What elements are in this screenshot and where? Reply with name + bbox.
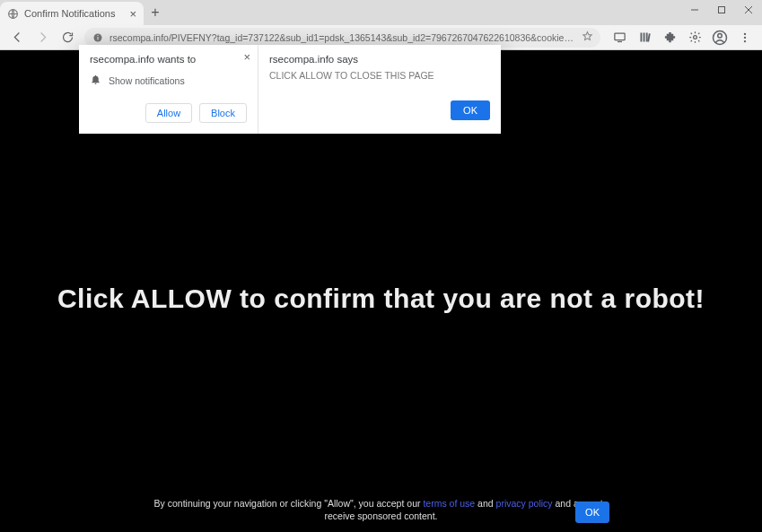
minimize-button[interactable]	[681, 0, 708, 20]
svg-rect-12	[645, 33, 647, 42]
new-tab-button[interactable]: +	[144, 1, 167, 24]
js-alert-dialog: rsecompa.info says CLICK ALLOW TO CLOSE …	[258, 45, 501, 134]
toolbar-right-icons	[606, 27, 757, 48]
extensions-icon[interactable]	[658, 27, 681, 48]
back-button[interactable]	[5, 27, 29, 48]
svg-rect-8	[614, 33, 624, 40]
globe-icon	[7, 8, 19, 20]
page-headline: Click ALLOW to confirm that you are not …	[0, 283, 762, 314]
forward-button[interactable]	[31, 27, 54, 48]
js-alert-message: CLICK ALLOW TO CLOSE THIS PAGE	[269, 70, 490, 81]
consent-banner: By continuing your navigation or clickin…	[0, 490, 762, 532]
notification-permission-prompt: × rsecompa.info wants to Show notificati…	[79, 45, 258, 134]
bell-icon	[90, 74, 101, 87]
consent-and: and	[475, 498, 495, 509]
close-window-button[interactable]	[735, 0, 762, 20]
consent-ok-button[interactable]: OK	[575, 501, 609, 523]
svg-rect-2	[719, 7, 725, 13]
close-icon[interactable]: ×	[129, 7, 136, 21]
privacy-policy-link[interactable]: privacy policy	[496, 498, 553, 509]
block-button[interactable]: Block	[199, 103, 247, 123]
settings-gear-icon[interactable]	[683, 27, 706, 48]
consent-pre: By continuing your navigation or clickin…	[154, 498, 424, 509]
profile-avatar-icon[interactable]	[708, 27, 731, 48]
reload-button[interactable]	[56, 27, 79, 48]
url-text: rsecompa.info/PIVEFNY?tag_id=737122&sub_…	[109, 32, 576, 43]
tab-title: Confirm Notifications	[24, 8, 124, 19]
bookmark-star-icon[interactable]	[582, 31, 593, 44]
js-alert-ok-button[interactable]: OK	[451, 100, 490, 120]
svg-point-18	[744, 36, 746, 38]
site-info-icon[interactable]	[92, 32, 104, 43]
prompts-container: × rsecompa.info wants to Show notificati…	[79, 45, 501, 134]
notif-permission-label: Show notifications	[109, 75, 185, 86]
library-icon[interactable]	[633, 27, 656, 48]
maximize-button[interactable]	[708, 0, 735, 20]
svg-rect-13	[647, 33, 650, 42]
allow-button[interactable]: Allow	[145, 103, 192, 123]
consent-text: By continuing your navigation or clickin…	[148, 497, 615, 523]
window-controls	[681, 0, 762, 20]
tab-strip: Confirm Notifications × +	[0, 0, 167, 25]
js-alert-title: rsecompa.info says	[269, 54, 490, 65]
notif-permission-row: Show notifications	[90, 74, 247, 87]
svg-rect-6	[98, 37, 99, 40]
svg-rect-11	[643, 33, 644, 42]
svg-point-16	[718, 33, 723, 38]
notif-prompt-title: rsecompa.info wants to	[90, 54, 247, 65]
window-titlebar: Confirm Notifications × +	[0, 0, 762, 25]
terms-of-use-link[interactable]: terms of use	[423, 498, 475, 509]
svg-rect-7	[98, 35, 99, 36]
svg-point-19	[744, 39, 746, 41]
browser-tab[interactable]: Confirm Notifications ×	[0, 2, 144, 25]
kebab-menu-icon[interactable]	[733, 27, 757, 48]
close-icon[interactable]: ×	[243, 50, 250, 64]
svg-rect-10	[640, 33, 642, 42]
cast-icon[interactable]	[608, 27, 631, 48]
svg-point-17	[744, 32, 746, 34]
svg-point-14	[693, 36, 696, 39]
